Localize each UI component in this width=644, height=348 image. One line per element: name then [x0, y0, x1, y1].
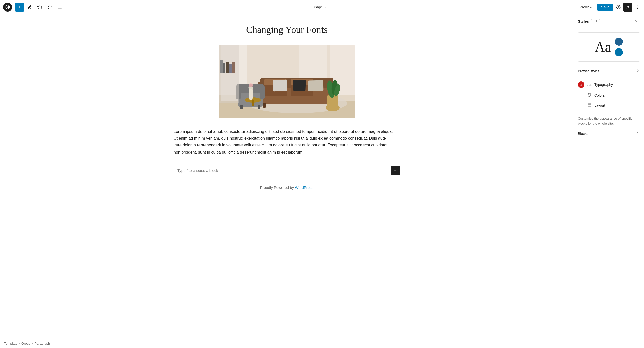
add-block-button[interactable]: + [15, 3, 24, 12]
svg-rect-48 [249, 88, 253, 100]
colors-label: Colors [594, 93, 605, 97]
svg-point-13 [637, 5, 638, 6]
page-label-center: Page [65, 4, 575, 11]
svg-rect-30 [263, 103, 266, 108]
undo-button[interactable] [35, 3, 44, 12]
svg-line-11 [627, 8, 627, 8]
page-label-text: Page [314, 5, 322, 9]
save-button[interactable]: Save [597, 4, 613, 11]
svg-line-7 [627, 6, 627, 6]
main-layout: Changing Your Fonts [0, 14, 644, 339]
style-preview-circles [615, 38, 623, 56]
svg-point-50 [249, 83, 253, 87]
sidebar-more-button[interactable] [624, 18, 631, 25]
colors-item[interactable]: Colors [574, 90, 644, 100]
svg-rect-57 [232, 62, 235, 73]
svg-point-58 [626, 21, 627, 21]
menu-section: 1 Aa Typography Colors Layout [574, 77, 644, 112]
colors-icon [587, 93, 592, 98]
svg-rect-38 [260, 85, 265, 99]
svg-rect-63 [588, 103, 591, 106]
footer-link[interactable]: WordPress [295, 185, 313, 190]
svg-point-15 [637, 8, 638, 9]
svg-line-8 [629, 8, 629, 8]
post-image [219, 45, 355, 118]
style-preview: Aa [578, 32, 640, 62]
sidebar-header-left: Styles Beta [578, 19, 600, 23]
style-preview-text: Aa [595, 39, 611, 55]
browse-styles-label: Browse styles [578, 69, 599, 73]
list-view-button[interactable] [55, 3, 64, 12]
breadcrumb-sep-2: › [32, 342, 33, 345]
typography-label: Typography [594, 83, 613, 87]
sidebar-close-button[interactable] [633, 18, 640, 25]
editor-content: Changing Your Fonts [174, 24, 400, 190]
footer-static-text: Proudly Powered by [260, 185, 294, 190]
svg-point-3 [618, 6, 619, 8]
typography-icon: Aa [587, 83, 592, 87]
blocks-chevron-icon [636, 131, 640, 136]
svg-line-12 [629, 6, 629, 6]
sidebar-header-right [624, 18, 640, 25]
block-input-row: + [174, 166, 400, 175]
sidebar-header: Styles Beta [574, 14, 644, 28]
browse-styles-item[interactable]: Browse styles [574, 66, 644, 77]
block-type-input[interactable] [174, 166, 391, 175]
svg-rect-32 [273, 80, 287, 92]
svg-rect-40 [258, 105, 260, 109]
preview-button[interactable]: Preview [576, 4, 596, 11]
settings-button[interactable] [615, 4, 622, 11]
toolbar: + Page Preview Save [0, 0, 644, 14]
post-body-text: Lorem ipsum dolor sit amet, consectetur … [174, 128, 395, 156]
styles-sidebar: Styles Beta Aa Browse styles [574, 14, 644, 339]
wp-logo [3, 3, 12, 12]
post-title[interactable]: Changing Your Fonts [174, 24, 400, 35]
breadcrumb-group[interactable]: Group [21, 342, 30, 345]
svg-rect-53 [220, 60, 223, 73]
more-options-button[interactable] [634, 4, 641, 11]
sidebar-title: Styles [578, 19, 589, 23]
beta-badge: Beta [591, 19, 600, 23]
breadcrumb-template[interactable]: Template [4, 342, 17, 345]
svg-rect-34 [308, 80, 324, 91]
editor-area: Changing Your Fonts [0, 14, 574, 339]
style-circle-2 [615, 48, 623, 56]
typography-item[interactable]: 1 Aa Typography [574, 79, 644, 90]
svg-rect-52 [219, 45, 239, 103]
svg-rect-56 [229, 64, 232, 73]
breadcrumb-sep-1: › [19, 342, 20, 345]
layout-item[interactable]: Layout [574, 100, 644, 110]
layout-label: Layout [594, 103, 605, 107]
theme-toggle-button[interactable] [623, 3, 632, 12]
block-input-add-button[interactable]: + [391, 166, 400, 175]
browse-styles-chevron-icon [636, 69, 640, 74]
svg-rect-54 [223, 63, 225, 73]
svg-point-14 [637, 7, 638, 7]
svg-point-4 [627, 6, 629, 8]
svg-rect-33 [293, 80, 306, 91]
redo-button[interactable] [45, 3, 54, 12]
footer-text: Proudly Powered by WordPress [174, 185, 400, 190]
sidebar-description: Customize the appearance of specific blo… [574, 112, 644, 128]
svg-rect-55 [226, 62, 229, 73]
svg-rect-39 [240, 105, 243, 109]
breadcrumb-bar: Template › Group › Paragraph [0, 339, 644, 348]
svg-point-60 [629, 21, 629, 21]
blocks-label: Blocks [578, 132, 588, 136]
svg-rect-47 [252, 100, 254, 106]
svg-point-59 [628, 21, 628, 21]
breadcrumb-paragraph[interactable]: Paragraph [35, 342, 50, 345]
pen-tool-button[interactable] [25, 3, 34, 12]
layout-icon [587, 103, 592, 108]
step-indicator: 1 [578, 81, 584, 88]
blocks-item[interactable]: Blocks [574, 128, 644, 139]
style-circle-1 [615, 38, 623, 46]
page-dropdown[interactable]: Page [311, 4, 329, 11]
toolbar-right: Preview Save [576, 3, 641, 12]
